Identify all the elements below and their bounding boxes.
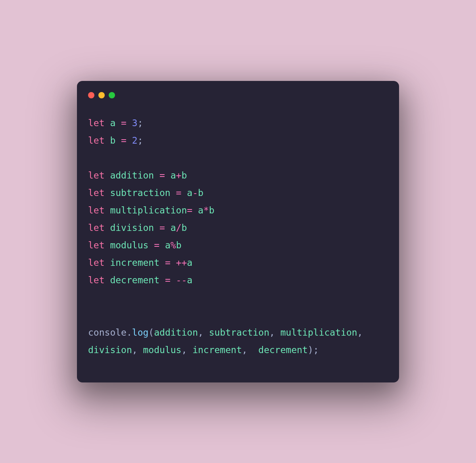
code-token: b: [181, 170, 187, 181]
code-token: ++: [176, 257, 187, 268]
code-token: [171, 275, 176, 285]
code-token: a: [171, 223, 176, 233]
code-token: b: [110, 135, 115, 146]
code-token: [171, 257, 176, 268]
code-token: ,: [198, 327, 209, 338]
code-window: let a = 3; let b = 2; let addition = a+b…: [77, 81, 399, 382]
code-token: =: [187, 205, 192, 215]
code-token: let: [88, 257, 110, 268]
code-token: +: [176, 170, 182, 181]
code-token: =: [165, 275, 171, 285]
code-token: [159, 275, 165, 285]
code-token: =: [121, 118, 127, 128]
code-token: let: [88, 170, 110, 181]
code-token: let: [88, 135, 110, 146]
code-token: ,: [181, 345, 192, 355]
code-token: division: [88, 345, 132, 355]
code-token: let: [88, 275, 110, 285]
code-token: let: [88, 240, 110, 250]
code-token: .: [127, 327, 132, 338]
code-token: /: [176, 223, 182, 233]
code-token: b: [176, 240, 182, 250]
code-token: division: [110, 223, 154, 233]
code-token: subtraction: [209, 327, 269, 338]
code-token: ;: [138, 135, 143, 146]
code-token: modulus: [143, 345, 181, 355]
code-token: (: [148, 327, 154, 338]
code-token: [159, 240, 165, 250]
code-token: [115, 135, 121, 146]
code-token: *: [203, 205, 209, 215]
code-token: --: [176, 275, 187, 285]
code-token: a: [165, 240, 171, 250]
code-token: =: [159, 170, 165, 181]
code-token: addition: [154, 327, 198, 338]
code-token: 3: [132, 118, 138, 128]
code-token: a: [110, 118, 115, 128]
code-token: ,: [269, 327, 280, 338]
code-token: [115, 118, 121, 128]
code-token: b: [209, 205, 215, 215]
code-token: [181, 188, 187, 198]
code-token: [165, 223, 171, 233]
code-token: %: [171, 240, 176, 250]
code-token: addition: [110, 170, 154, 181]
code-token: =: [159, 223, 165, 233]
code-token: b: [181, 223, 187, 233]
code-token: a: [187, 257, 192, 268]
code-token: let: [88, 205, 110, 215]
code-token: let: [88, 118, 110, 128]
code-token: 2: [132, 135, 138, 146]
code-token: [171, 188, 176, 198]
close-icon[interactable]: [88, 92, 94, 98]
code-token: decrement: [110, 275, 159, 285]
window-controls: [88, 92, 388, 98]
code-token: -: [192, 188, 198, 198]
code-token: subtraction: [110, 188, 170, 198]
code-token: =: [176, 188, 182, 198]
code-block: let a = 3; let b = 2; let addition = a+b…: [88, 114, 388, 359]
code-token: ;: [138, 118, 143, 128]
code-token: ,: [242, 345, 259, 355]
code-token: log: [132, 327, 149, 338]
code-token: );: [308, 345, 319, 355]
code-token: a: [198, 205, 203, 215]
code-token: increment: [110, 257, 159, 268]
code-token: multiplication: [280, 327, 357, 338]
code-token: [192, 205, 198, 215]
maximize-icon[interactable]: [109, 92, 115, 98]
code-token: [159, 257, 165, 268]
code-token: a: [187, 188, 192, 198]
code-token: a: [187, 275, 192, 285]
code-token: let: [88, 223, 110, 233]
code-token: [165, 170, 171, 181]
code-token: ,: [357, 327, 369, 338]
code-token: =: [154, 240, 159, 250]
code-token: modulus: [110, 240, 148, 250]
code-token: [148, 240, 154, 250]
code-token: multiplication: [110, 205, 187, 215]
code-token: [154, 170, 159, 181]
code-token: console: [88, 327, 127, 338]
minimize-icon[interactable]: [98, 92, 105, 98]
code-token: =: [121, 135, 127, 146]
code-token: [127, 135, 132, 146]
code-token: increment: [192, 345, 242, 355]
code-token: ,: [132, 345, 143, 355]
code-token: decrement: [258, 345, 308, 355]
code-token: [154, 223, 159, 233]
code-token: b: [198, 188, 203, 198]
code-token: let: [88, 188, 110, 198]
code-token: =: [165, 257, 171, 268]
code-token: a: [171, 170, 176, 181]
code-token: [127, 118, 132, 128]
